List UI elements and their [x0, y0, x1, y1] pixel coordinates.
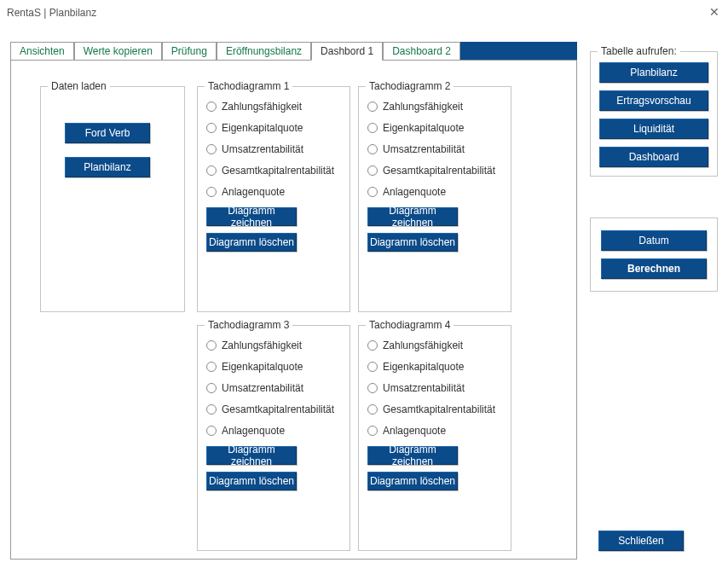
radio-t2-gesamtkapitalrentabilitaet[interactable]: Gesamtkapitalrentabilität [367, 165, 502, 177]
tab-pruefung[interactable]: Prüfung [162, 42, 217, 60]
radio-icon [367, 187, 378, 197]
radio-t3-gesamtkapitalrentabilitaet[interactable]: Gesamtkapitalrentabilität [206, 403, 341, 415]
planbilanz-table-button[interactable]: Planbilanz [599, 62, 708, 83]
radio-label: Umsatzrentabilität [222, 382, 303, 394]
radio-icon [206, 362, 217, 372]
radio-label: Eigenkapitalquote [222, 361, 303, 373]
group-tacho-4: Tachodiagramm 4 Zahlungsfähigkeit Eigenk… [358, 325, 511, 551]
radio-label: Anlagenquote [222, 186, 285, 198]
radio-label: Anlagenquote [383, 425, 446, 437]
radio-icon [367, 383, 378, 393]
radio-label: Anlagenquote [383, 186, 446, 198]
tab-container: Ansichten Werte kopieren Prüfung Eröffnu… [10, 41, 577, 561]
radio-icon [367, 144, 378, 154]
group-tacho-3: Tachodiagramm 3 Zahlungsfähigkeit Eigenk… [197, 325, 350, 551]
schliessen-button[interactable]: Schließen [598, 531, 684, 551]
radio-icon [206, 426, 217, 436]
radio-icon [367, 340, 378, 351]
radio-label: Zahlungsfähigkeit [222, 339, 302, 351]
radio-label: Umsatzrentabilität [222, 143, 303, 155]
radio-t3-umsatzrentabilitaet[interactable]: Umsatzrentabilität [206, 382, 341, 394]
tab-dashbord-1[interactable]: Dashbord 1 [311, 42, 383, 61]
tab-filler [460, 42, 577, 60]
right-panel: Tabelle aufrufen: Planbilanz Ertragsvors… [590, 51, 718, 333]
group-title-daten-laden: Daten laden [48, 80, 110, 92]
radio-t2-eigenkapitalquote[interactable]: Eigenkapitalquote [367, 122, 502, 134]
tab-strip: Ansichten Werte kopieren Prüfung Eröffnu… [10, 41, 577, 60]
title-bar: RentaS | Planbilanz ✕ [0, 0, 728, 26]
radio-label: Gesamtkapitalrentabilität [222, 165, 334, 177]
radio-icon [367, 123, 378, 133]
group-title-tacho-4: Tachodiagramm 4 [366, 319, 454, 331]
t1-delete-button[interactable]: Diagramm löschen [206, 233, 297, 252]
radio-t2-umsatzrentabilitaet[interactable]: Umsatzrentabilität [367, 143, 502, 155]
radio-t4-zahlungsfaehigkeit[interactable]: Zahlungsfähigkeit [367, 339, 502, 351]
tab-content: Daten laden Ford Verb Planbilanz Tachodi… [10, 60, 577, 560]
radio-t1-umsatzrentabilitaet[interactable]: Umsatzrentabilität [206, 143, 341, 155]
radio-t4-gesamtkapitalrentabilitaet[interactable]: Gesamtkapitalrentabilität [367, 403, 502, 415]
window-title: RentaS | Planbilanz [7, 7, 96, 19]
group-tacho-1: Tachodiagramm 1 Zahlungsfähigkeit Eigenk… [197, 86, 350, 312]
radio-t2-zahlungsfaehigkeit[interactable]: Zahlungsfähigkeit [367, 101, 502, 113]
radio-t4-eigenkapitalquote[interactable]: Eigenkapitalquote [367, 361, 502, 373]
tab-dashboard-2[interactable]: Dashboard 2 [383, 42, 460, 60]
radio-icon [206, 123, 217, 133]
t3-delete-button[interactable]: Diagramm löschen [206, 472, 297, 490]
ertragsvorschau-button[interactable]: Ertragsvorschau [599, 90, 708, 111]
radio-icon [367, 404, 378, 415]
radio-icon [206, 404, 217, 415]
t4-draw-button[interactable]: Diagramm zeichnen [367, 446, 458, 465]
radio-icon [206, 165, 217, 176]
radio-label: Eigenkapitalquote [222, 122, 303, 134]
radio-t4-anlagenquote[interactable]: Anlagenquote [367, 425, 502, 437]
radio-label: Eigenkapitalquote [383, 361, 464, 373]
radio-icon [206, 102, 217, 112]
radio-icon [206, 340, 217, 351]
t4-delete-button[interactable]: Diagramm löschen [367, 472, 458, 490]
radio-label: Zahlungsfähigkeit [383, 101, 463, 113]
berechnen-button[interactable]: Berechnen [601, 258, 707, 279]
liquiditaet-button[interactable]: Liquidität [599, 119, 708, 139]
radio-t3-eigenkapitalquote[interactable]: Eigenkapitalquote [206, 361, 341, 373]
radio-t3-zahlungsfaehigkeit[interactable]: Zahlungsfähigkeit [206, 339, 341, 351]
group-daten-laden: Daten laden Ford Verb Planbilanz [40, 86, 185, 312]
tab-eroeffnungsbilanz[interactable]: Eröffnungsbilanz [217, 42, 311, 60]
group-tabelle-aufrufen: Tabelle aufrufen: Planbilanz Ertragsvors… [590, 51, 718, 177]
radio-t1-anlagenquote[interactable]: Anlagenquote [206, 186, 341, 198]
radio-icon [367, 362, 378, 372]
radio-icon [206, 383, 217, 393]
radio-t1-zahlungsfaehigkeit[interactable]: Zahlungsfähigkeit [206, 101, 341, 113]
radio-t2-anlagenquote[interactable]: Anlagenquote [367, 186, 502, 198]
radio-label: Zahlungsfähigkeit [383, 339, 463, 351]
datum-button[interactable]: Datum [601, 230, 707, 251]
radio-label: Zahlungsfähigkeit [222, 101, 302, 113]
radio-t1-eigenkapitalquote[interactable]: Eigenkapitalquote [206, 122, 341, 134]
radio-label: Eigenkapitalquote [383, 122, 464, 134]
group-tacho-2: Tachodiagramm 2 Zahlungsfähigkeit Eigenk… [358, 86, 511, 312]
planbilanz-button[interactable]: Planbilanz [65, 157, 150, 177]
group-title-tabelle-aufrufen: Tabelle aufrufen: [598, 45, 680, 57]
t2-delete-button[interactable]: Diagramm löschen [367, 233, 458, 252]
radio-t3-anlagenquote[interactable]: Anlagenquote [206, 425, 341, 437]
radio-label: Gesamtkapitalrentabilität [383, 165, 495, 177]
radio-label: Umsatzrentabilität [383, 382, 465, 394]
dashboard-button[interactable]: Dashboard [599, 147, 708, 167]
radio-icon [367, 102, 378, 112]
ford-verb-button[interactable]: Ford Verb [65, 123, 150, 143]
group-title-tacho-2: Tachodiagramm 2 [366, 80, 454, 92]
group-datum-berechnen: Datum Berechnen [590, 218, 718, 292]
radio-t4-umsatzrentabilitaet[interactable]: Umsatzrentabilität [367, 382, 502, 394]
tab-werte-kopieren[interactable]: Werte kopieren [74, 42, 162, 60]
close-icon[interactable]: ✕ [709, 5, 719, 19]
radio-icon [206, 187, 217, 197]
t3-draw-button[interactable]: Diagramm zeichnen [206, 446, 297, 465]
radio-label: Gesamtkapitalrentabilität [383, 403, 495, 415]
t2-draw-button[interactable]: Diagramm zeichnen [367, 207, 458, 226]
radio-t1-gesamtkapitalrentabilitaet[interactable]: Gesamtkapitalrentabilität [206, 165, 341, 177]
t1-draw-button[interactable]: Diagramm zeichnen [206, 207, 297, 226]
radio-icon [367, 426, 378, 436]
radio-label: Gesamtkapitalrentabilität [222, 403, 334, 415]
radio-label: Anlagenquote [222, 425, 285, 437]
group-title-tacho-1: Tachodiagramm 1 [205, 80, 292, 92]
tab-ansichten[interactable]: Ansichten [10, 42, 74, 60]
